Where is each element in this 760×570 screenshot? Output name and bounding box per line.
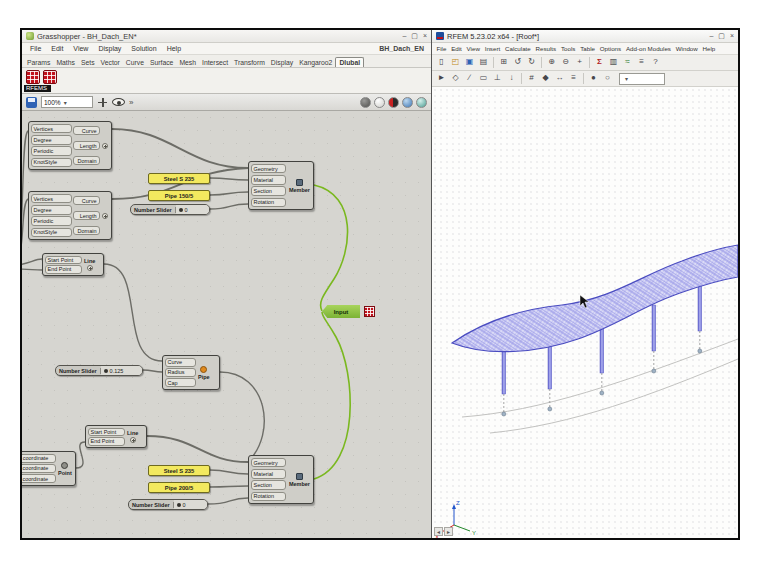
open-icon[interactable]: ◰ <box>449 56 462 69</box>
menu-edit[interactable]: Edit <box>449 45 464 52</box>
output-member[interactable]: Member <box>289 187 310 193</box>
tab-kangaroo2[interactable]: Kangaroo2 <box>296 58 335 67</box>
menu-help[interactable]: Help <box>700 45 718 52</box>
tab-intersect[interactable]: Intersect <box>199 58 231 67</box>
param-degree[interactable]: Degree <box>31 205 72 215</box>
column[interactable] <box>548 343 552 389</box>
param-x-coordinate[interactable]: X coordinate <box>22 454 56 463</box>
copy-icon[interactable]: ⊞ <box>497 56 510 69</box>
param-section[interactable]: Section <box>251 186 287 196</box>
ribbon-group-label[interactable]: RFEMS <box>24 85 51 92</box>
zui-plus-icon[interactable] <box>87 265 93 271</box>
panel-pipe-150-5[interactable]: Pipe 150/5 <box>148 190 210 201</box>
column[interactable] <box>502 348 506 394</box>
param-degree[interactable]: Degree <box>31 135 72 145</box>
zui-plus-icon[interactable] <box>102 213 108 219</box>
output-domain[interactable]: Domain <box>73 226 100 236</box>
solid-view-icon[interactable]: ● <box>587 72 600 85</box>
slider-track[interactable]: 0.125 <box>101 366 142 375</box>
print-icon[interactable]: ▤ <box>477 56 490 69</box>
param-y-coordinate[interactable]: Y coordinate <box>22 464 56 473</box>
node-construct-point[interactable]: X coordinate Y coordinate Z coordinate P… <box>22 451 76 486</box>
preview-off-icon[interactable] <box>388 97 399 108</box>
roof-canopy-mesh[interactable] <box>452 245 738 352</box>
preview-eye-icon[interactable] <box>112 98 125 106</box>
output-line[interactable]: Line <box>127 430 138 436</box>
slider-knob[interactable] <box>179 208 183 212</box>
slider-track[interactable]: 0 <box>176 205 209 214</box>
column[interactable] <box>600 327 604 373</box>
slider-knob[interactable] <box>104 369 108 373</box>
param-rotation[interactable]: Rotation <box>251 492 287 502</box>
menu-display[interactable]: Display <box>93 45 126 52</box>
gh-document-name[interactable]: BH_Dach_EN <box>379 45 428 52</box>
tab-vector[interactable]: Vector <box>98 58 123 67</box>
zoom-out-icon[interactable]: ⊖ <box>559 56 572 69</box>
expand-chevron-icon[interactable]: » <box>129 98 133 107</box>
menu-solution[interactable]: Solution <box>126 45 161 52</box>
output-curve[interactable]: Curve <box>73 196 100 206</box>
param-end-point[interactable]: End Point <box>88 437 125 446</box>
measure-icon[interactable]: ↔ <box>553 72 566 85</box>
redo-icon[interactable]: ↻ <box>525 56 538 69</box>
output-curve[interactable]: Curve <box>73 126 100 136</box>
param-radius[interactable]: Radius <box>165 368 196 377</box>
output-domain[interactable]: Domain <box>73 156 100 166</box>
maximize-icon[interactable]: ▢ <box>411 32 418 40</box>
menu-insert[interactable]: Insert <box>482 45 502 52</box>
slider-knob[interactable] <box>177 503 181 507</box>
scroll-left-icon[interactable]: ◄ <box>434 527 443 536</box>
number-slider-1[interactable]: Number Slider 0 <box>130 204 210 215</box>
panel-steel-s235-2[interactable]: Steel S 235 <box>148 465 210 476</box>
output-point[interactable]: Point <box>58 470 72 476</box>
menu-addon-modules[interactable]: Add-on Modules <box>624 45 674 52</box>
tab-transform[interactable]: Transform <box>231 58 268 67</box>
zoom-in-icon[interactable]: ⊕ <box>545 56 558 69</box>
graph-icon[interactable]: ≈ <box>621 56 634 69</box>
help-icon[interactable]: ? <box>649 56 662 69</box>
number-slider-2[interactable]: Number Slider 0.125 <box>55 365 143 376</box>
wire-preview-icon[interactable] <box>374 97 385 108</box>
tab-mesh[interactable]: Mesh <box>176 58 199 67</box>
menu-table[interactable]: Table <box>578 45 598 52</box>
param-vertices[interactable]: Vertices <box>31 124 72 134</box>
save-icon[interactable]: ▣ <box>463 56 476 69</box>
column[interactable] <box>698 285 702 331</box>
tab-dlubal[interactable]: Dlubal <box>335 57 364 67</box>
output-length[interactable]: Length <box>73 211 100 221</box>
node-nurbs-curve-1[interactable]: Vertices Degree Periodic KnotStyle Curve… <box>28 121 112 170</box>
tab-params[interactable]: Params <box>24 58 53 67</box>
tab-surface[interactable]: Surface <box>147 58 176 67</box>
menu-options[interactable]: Options <box>597 45 623 52</box>
maximize-icon[interactable]: ▢ <box>718 32 725 40</box>
surface-tool-icon[interactable]: ▭ <box>477 72 490 85</box>
panel-pipe-200-5[interactable]: Pipe 200/5 <box>148 482 210 493</box>
render-mode-icon[interactable]: ◇ <box>449 72 462 85</box>
tab-maths[interactable]: Maths <box>53 58 78 67</box>
param-start-point[interactable]: Start Point <box>45 256 82 265</box>
rfem-input-component-icon[interactable] <box>26 70 40 84</box>
param-knotstyle[interactable]: KnotStyle <box>31 158 72 168</box>
param-start-point[interactable]: Start Point <box>88 428 125 437</box>
param-periodic[interactable]: Periodic <box>31 146 72 156</box>
param-section[interactable]: Section <box>251 480 287 490</box>
tab-sets[interactable]: Sets <box>78 58 98 67</box>
visibility-combo[interactable]: ▾ <box>619 73 665 85</box>
menu-results[interactable]: Results <box>533 45 558 52</box>
param-periodic[interactable]: Periodic <box>31 216 72 226</box>
shaded-preview-icon[interactable] <box>360 97 371 108</box>
node-line-2[interactable]: Start Point End Point Line <box>85 425 147 448</box>
new-file-icon[interactable]: ▯ <box>435 56 448 69</box>
output-pipe[interactable]: Pipe <box>198 374 210 380</box>
param-geometry[interactable]: Geometry <box>251 164 287 174</box>
node-rfem-input[interactable]: Input <box>322 305 360 318</box>
select-icon[interactable]: ► <box>435 72 448 85</box>
slider-track[interactable]: 0 <box>174 500 207 509</box>
param-end-point[interactable]: End Point <box>45 265 82 274</box>
wireframe-view-icon[interactable]: ○ <box>601 72 614 85</box>
param-geometry[interactable]: Geometry <box>251 458 287 468</box>
menu-view[interactable]: View <box>464 45 482 52</box>
gh-canvas[interactable]: Vertices Degree Periodic KnotStyle Curve… <box>22 111 431 538</box>
tab-curve[interactable]: Curve <box>123 58 147 67</box>
save-icon[interactable] <box>26 97 37 108</box>
